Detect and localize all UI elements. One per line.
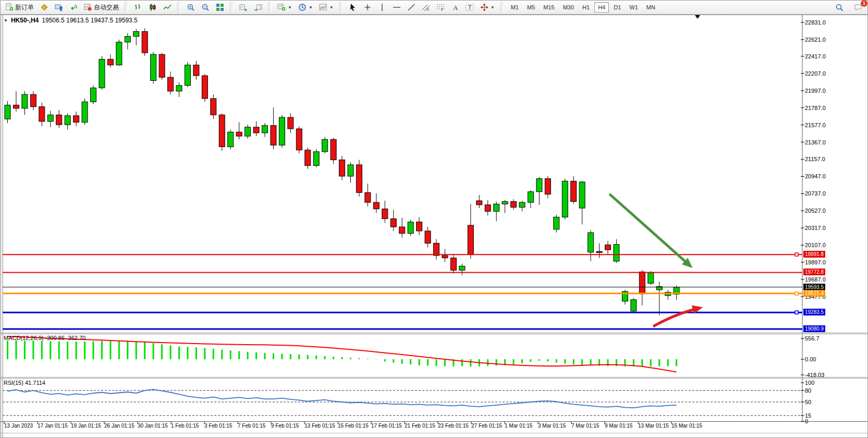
timeframe-button-m1[interactable]: M1 [507,2,522,13]
rsi-panel [3,390,802,416]
svg-text:F: F [441,8,443,11]
bar-chart-icon [134,3,142,11]
bar-chart-button[interactable] [131,2,145,13]
chevron-down-icon: ▼ [491,5,495,10]
one-click-collapse-icon[interactable]: ▼ [4,18,8,23]
toolbar-separator [500,2,504,13]
price-axis[interactable] [803,15,868,422]
label-t-icon: T [466,3,474,11]
scroll-group [235,1,267,14]
label-button[interactable]: T [463,2,476,13]
line-chart-button[interactable] [161,2,174,13]
template-icon [319,3,327,11]
chart-area[interactable]: ▼ HK50-,H4 19506.5 19613.5 19437.5 19593… [1,15,868,438]
cursor-button[interactable] [346,2,360,13]
horizontal-line-button[interactable] [390,2,404,13]
rsi-line [8,390,677,408]
timeframe-button-w1[interactable]: W1 [626,2,642,13]
cursor-icon [349,3,357,11]
svg-text:T: T [468,4,472,10]
trendline-icon [407,3,415,11]
timeframe-button-m15[interactable]: M15 [540,2,558,13]
toolbar-right: 1 [832,2,868,13]
new-order-button[interactable]: 新订单 [3,2,36,14]
annotations[interactable] [609,194,699,326]
arrows-dropdown[interactable]: ▼ [478,2,497,13]
new-chart-dropdown[interactable]: ▼ [275,2,295,13]
gold-diamond-icon [40,3,48,11]
main-toolbar: 新订单自动交易▼▼▼EFAT▼M1M5M15M30H1H4D1W1MN 1 [1,1,868,15]
arrows-icon [480,3,488,11]
macd-signal-line [8,336,677,372]
channel-button[interactable]: E [419,2,433,13]
timeframe-button-m5[interactable]: M5 [523,2,539,13]
line-chart-icon [163,3,172,11]
new-order-button-label: 新订单 [15,3,34,12]
timeframe-button-mn[interactable]: MN [643,2,659,13]
macd-label: MACD(12,26,9) -300.86 -362.70 [4,335,85,341]
notifications-button[interactable]: 1 [851,2,865,13]
fibo-icon: F [436,3,445,11]
tile-windows-button[interactable] [213,2,227,13]
clock-icon [298,3,307,11]
svg-text:E: E [427,8,429,11]
text-button[interactable]: A [448,2,462,13]
level-lines[interactable] [3,253,802,329]
candle-chart-icon [149,3,157,11]
auto-scroll-button[interactable] [237,2,250,13]
objects-group: EFAT▼ [344,1,499,14]
autotrading-button-label: 自动交易 [94,3,119,12]
timeframe-button-d1[interactable]: D1 [610,2,625,13]
terminal-button[interactable] [52,2,66,13]
chart-plus-icon [277,3,286,11]
chevron-down-icon: ▼ [309,5,313,10]
zoom-out-button[interactable] [199,2,212,13]
toolbar-separator [230,2,234,13]
chart-shift-button[interactable] [251,2,265,13]
macd-name: MACD(12,26,9) [4,335,43,341]
chart-title: ▼ HK50-,H4 19506.5 19613.5 19437.5 19593… [4,17,138,24]
rsi-label: RSI(15) 41.7114 [4,380,45,386]
candlestick-chart-button[interactable] [146,2,160,13]
toolbar-separator [177,2,181,13]
macd-values: -300.86 -362.70 [45,335,85,341]
mt4-window: 新订单自动交易▼▼▼EFAT▼M1M5M15M30H1H4D1W1MN 1 ▼ … [0,0,868,438]
signal-icon [69,3,78,11]
chevron-down-icon: ▼ [329,5,334,10]
vertical-line-button[interactable] [375,2,389,13]
panel-frames [1,15,868,433]
zoom-in-button[interactable] [184,2,198,13]
symbol-period-label: HK50-,H4 [11,17,39,24]
doc-plus-icon [5,3,14,11]
zoom-group [182,1,229,14]
chevron-down-icon: ▼ [288,5,292,10]
toolbar-separator [339,2,343,13]
time-axis[interactable] [1,422,802,433]
signal-button[interactable] [67,2,80,13]
chart-shift-marker [695,15,700,19]
axis-ticks [4,22,804,424]
svg-text:A: A [453,4,458,11]
trendline-button[interactable] [405,2,418,13]
autotrading-button[interactable]: 自动交易 [81,2,121,14]
fibonacci-button[interactable]: F [434,2,447,13]
bounce-arrow[interactable] [653,308,699,326]
hline-icon [393,3,401,11]
templates-dropdown[interactable]: ▼ [316,2,336,13]
timeframe-button-m30[interactable]: M30 [559,2,578,13]
channel-icon: E [422,3,430,11]
timeframe-button-h4[interactable]: H4 [594,2,609,13]
macd-panel [8,336,677,372]
timeframe-group: M1M5M15M30H1H4D1W1MN [505,1,661,14]
autotrade-icon [84,3,92,11]
search-button[interactable] [833,2,846,13]
timeframe-button-h1[interactable]: H1 [579,2,593,13]
metaquotes-button[interactable] [38,2,51,13]
periods-dropdown[interactable]: ▼ [296,2,315,13]
chart-type-group [129,1,176,14]
text-a-icon: A [451,3,459,11]
auto-scroll-icon [239,3,248,11]
ohlc-values: 19506.5 19613.5 19437.5 19593.5 [42,17,138,24]
search-icon [835,3,843,11]
crosshair-button[interactable] [361,2,374,13]
